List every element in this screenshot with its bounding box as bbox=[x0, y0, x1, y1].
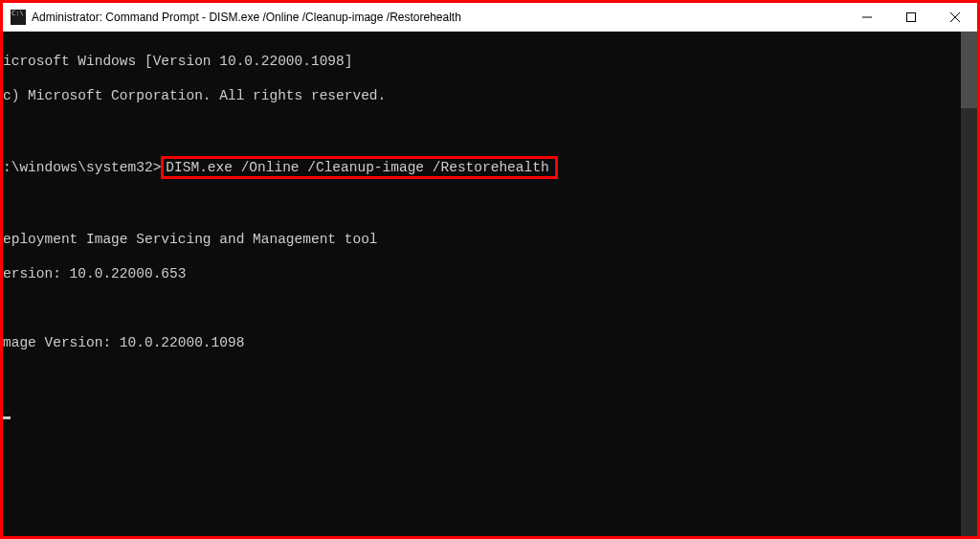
prompt-text: :\windows\system32> bbox=[3, 160, 161, 175]
tool-name-line: eployment Image Servicing and Management… bbox=[3, 232, 378, 247]
minimize-button[interactable] bbox=[845, 3, 889, 31]
dism-command: DISM.exe /Online /Cleanup-image /Restore… bbox=[166, 160, 548, 175]
cmd-icon bbox=[11, 10, 26, 25]
titlebar[interactable]: Administrator: Command Prompt - DISM.exe… bbox=[3, 3, 977, 32]
close-button[interactable] bbox=[933, 3, 977, 31]
window-title: Administrator: Command Prompt - DISM.exe… bbox=[32, 11, 845, 24]
command-highlight: DISM.exe /Online /Cleanup-image /Restore… bbox=[161, 156, 557, 179]
console-output: icrosoft Windows [Version 10.0.22000.109… bbox=[3, 35, 977, 455]
maximize-button[interactable] bbox=[889, 3, 933, 31]
vertical-scrollbar[interactable] bbox=[961, 32, 977, 536]
os-version-line: icrosoft Windows [Version 10.0.22000.109… bbox=[3, 54, 352, 69]
console-area[interactable]: icrosoft Windows [Version 10.0.22000.109… bbox=[3, 32, 977, 536]
copyright-line: c) Microsoft Corporation. All rights res… bbox=[3, 88, 386, 103]
window-controls bbox=[845, 3, 977, 31]
tool-version-line: ersion: 10.0.22000.653 bbox=[3, 266, 186, 281]
image-version-line: mage Version: 10.0.22000.1098 bbox=[3, 335, 244, 350]
window-frame: Administrator: Command Prompt - DISM.exe… bbox=[0, 0, 980, 539]
svg-rect-1 bbox=[907, 12, 916, 21]
scrollbar-thumb[interactable] bbox=[961, 32, 977, 108]
text-cursor bbox=[3, 416, 11, 419]
